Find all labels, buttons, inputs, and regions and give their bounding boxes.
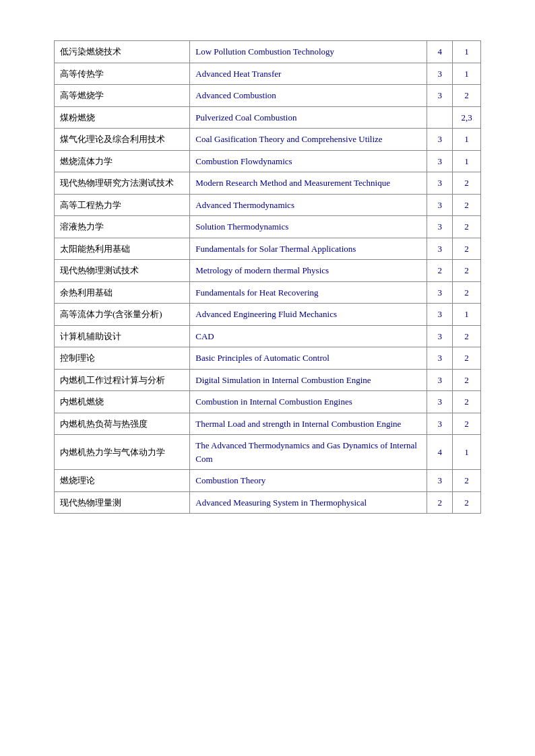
course-en-name: Fundamentals for Heat Recovering: [190, 281, 427, 304]
course-semester: 2: [453, 325, 481, 347]
course-cn-name: 溶液热力学: [55, 216, 190, 238]
course-credits: 3: [427, 150, 453, 172]
course-credits: 3: [427, 85, 453, 107]
course-cn-name: 现代热物理研究方法测试技术: [55, 172, 190, 195]
course-credits: 3: [427, 172, 453, 195]
course-en-name: Coal Gasification Theory and Comprehensi…: [190, 129, 427, 151]
table-row: 太阳能热利用基础Fundamentals for Solar Thermal A…: [55, 238, 481, 260]
table-row: 煤气化理论及综合利用技术Coal Gasification Theory and…: [55, 129, 481, 151]
course-cn-name: 太阳能热利用基础: [55, 238, 190, 260]
course-credits: 3: [427, 470, 453, 492]
table-row: 内燃机燃烧Combustion in Internal Combustion E…: [55, 391, 481, 413]
table-row: 高等传热学Advanced Heat Transfer31: [55, 63, 481, 85]
table-row: 高等流体力学(含张量分析)Advanced Engineering Fluid …: [55, 304, 481, 326]
course-credits: 3: [427, 413, 453, 435]
table-row: 高等燃烧学Advanced Combustion32: [55, 85, 481, 107]
course-semester: 2,3: [453, 106, 481, 129]
course-en-name: CAD: [190, 325, 427, 347]
course-en-name: Advanced Measuring System in Thermophysi…: [190, 491, 427, 514]
course-en-name: Advanced Thermodynamics: [190, 194, 427, 216]
course-semester: 2: [453, 391, 481, 413]
course-cn-name: 内燃机热力学与气体动力学: [55, 435, 190, 470]
course-credits: 2: [427, 260, 453, 282]
course-en-name: Low Pollution Combustion Technology: [190, 41, 427, 63]
course-en-name: Fundamentals for Solar Thermal Applicati…: [190, 238, 427, 260]
course-semester: 2: [453, 238, 481, 260]
course-semester: 2: [453, 194, 481, 216]
course-en-name: Combustion Theory: [190, 470, 427, 492]
course-credits: 3: [427, 194, 453, 216]
course-cn-name: 低污染燃烧技术: [55, 41, 190, 63]
course-en-name: Combustion in Internal Combustion Engine…: [190, 391, 427, 413]
table-row: 余热利用基础Fundamentals for Heat Recovering32: [55, 281, 481, 304]
course-semester: 2: [453, 85, 481, 107]
course-semester: 2: [453, 172, 481, 195]
course-semester: 2: [453, 281, 481, 304]
course-semester: 2: [453, 260, 481, 282]
course-en-name: Combustion Flowdynamics: [190, 150, 427, 172]
course-semester: 2: [453, 369, 481, 391]
course-semester: 1: [453, 63, 481, 85]
course-cn-name: 内燃机工作过程计算与分析: [55, 369, 190, 391]
course-credits: 2: [427, 491, 453, 514]
course-semester: 2: [453, 470, 481, 492]
course-semester: 1: [453, 150, 481, 172]
course-cn-name: 煤粉燃烧: [55, 106, 190, 129]
course-en-name: Solution Thermodynamics: [190, 216, 427, 238]
course-credits: 3: [427, 129, 453, 151]
course-semester: 1: [453, 129, 481, 151]
course-en-name: Advanced Combustion: [190, 85, 427, 107]
course-cn-name: 内燃机热负荷与热强度: [55, 413, 190, 435]
table-row: 现代热物理测试技术Metrology of modern thermal Phy…: [55, 260, 481, 282]
course-semester: 2: [453, 216, 481, 238]
table-row: 溶液热力学Solution Thermodynamics32: [55, 216, 481, 238]
table-row: 现代热物理研究方法测试技术Modern Research Method and …: [55, 172, 481, 195]
course-semester: 2: [453, 347, 481, 370]
course-credits: 4: [427, 41, 453, 63]
course-cn-name: 内燃机燃烧: [55, 391, 190, 413]
course-credits: 3: [427, 369, 453, 391]
course-cn-name: 燃烧理论: [55, 470, 190, 492]
course-en-name: Basic Principles of Automatic Control: [190, 347, 427, 370]
table-row: 内燃机热力学与气体动力学The Advanced Thermodynamics …: [55, 435, 481, 470]
course-credits: 3: [427, 304, 453, 326]
table-row: 现代热物理量测Advanced Measuring System in Ther…: [55, 491, 481, 514]
course-en-name: Advanced Heat Transfer: [190, 63, 427, 85]
course-credits: 3: [427, 325, 453, 347]
course-credits: 3: [427, 238, 453, 260]
course-cn-name: 现代热物理测试技术: [55, 260, 190, 282]
course-cn-name: 高等传热学: [55, 63, 190, 85]
course-en-name: Modern Research Method and Measurement T…: [190, 172, 427, 195]
course-credits: 3: [427, 391, 453, 413]
course-semester: 1: [453, 304, 481, 326]
course-semester: 2: [453, 413, 481, 435]
course-cn-name: 高等燃烧学: [55, 85, 190, 107]
course-credits: 3: [427, 347, 453, 370]
course-credits: 3: [427, 281, 453, 304]
table-row: 内燃机工作过程计算与分析Digital Simulation in Intern…: [55, 369, 481, 391]
table-row: 计算机辅助设计CAD32: [55, 325, 481, 347]
courses-table: 低污染燃烧技术Low Pollution Combustion Technolo…: [54, 40, 481, 514]
course-en-name: Advanced Engineering Fluid Mechanics: [190, 304, 427, 326]
course-semester: 2: [453, 491, 481, 514]
course-cn-name: 高等流体力学(含张量分析): [55, 304, 190, 326]
course-cn-name: 控制理论: [55, 347, 190, 370]
course-semester: 1: [453, 435, 481, 470]
course-en-name: Digital Simulation in Internal Combustio…: [190, 369, 427, 391]
table-row: 煤粉燃烧Pulverized Coal Combustion2,3: [55, 106, 481, 129]
course-cn-name: 余热利用基础: [55, 281, 190, 304]
course-credits: 3: [427, 216, 453, 238]
course-credits: [427, 106, 453, 129]
course-cn-name: 高等工程热力学: [55, 194, 190, 216]
course-en-name: Pulverized Coal Combustion: [190, 106, 427, 129]
table-row: 高等工程热力学Advanced Thermodynamics32: [55, 194, 481, 216]
course-en-name: Thermal Load and strength in Internal Co…: [190, 413, 427, 435]
course-en-name: Metrology of modern thermal Physics: [190, 260, 427, 282]
table-row: 控制理论Basic Principles of Automatic Contro…: [55, 347, 481, 370]
course-credits: 4: [427, 435, 453, 470]
table-row: 内燃机热负荷与热强度Thermal Load and strength in I…: [55, 413, 481, 435]
course-en-name: The Advanced Thermodynamics and Gas Dyna…: [190, 435, 427, 470]
course-cn-name: 计算机辅助设计: [55, 325, 190, 347]
course-credits: 3: [427, 63, 453, 85]
course-cn-name: 现代热物理量测: [55, 491, 190, 514]
